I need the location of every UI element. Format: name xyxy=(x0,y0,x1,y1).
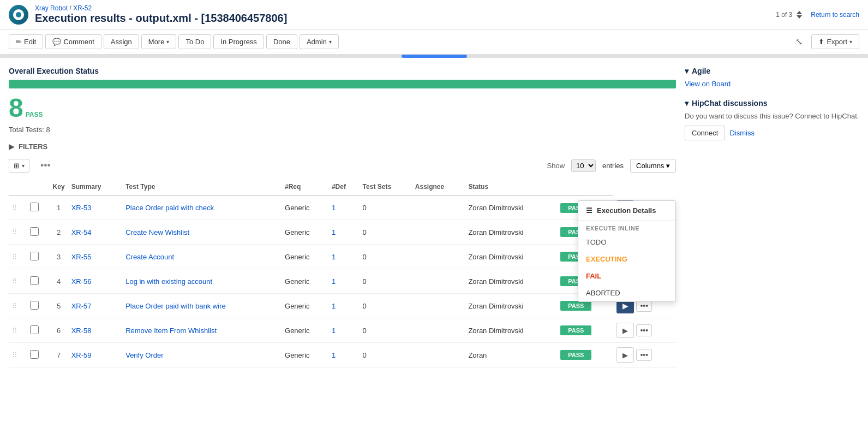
row-checkbox[interactable] xyxy=(30,350,39,359)
row-more-button[interactable]: ••• xyxy=(636,324,652,336)
key-link[interactable]: XR-55 xyxy=(71,253,92,261)
hipchat-title[interactable]: ▾ HipChat discussions xyxy=(685,99,859,108)
check-cell[interactable] xyxy=(27,220,50,245)
check-cell[interactable] xyxy=(27,269,50,294)
summary-link[interactable]: Place Order paid with check xyxy=(125,204,214,212)
key-link[interactable]: XR-53 xyxy=(71,204,92,212)
summary-link[interactable]: Log in with existing account xyxy=(125,277,212,286)
row-checkbox[interactable] xyxy=(30,276,39,285)
play-button-secondary[interactable]: ▶ xyxy=(616,323,634,338)
nav-arrow-up[interactable] xyxy=(797,11,802,14)
summary-cell[interactable]: Create Account xyxy=(122,245,282,269)
key-cell[interactable]: XR-58 xyxy=(68,318,123,343)
return-to-search-link[interactable]: Return to search xyxy=(811,11,859,19)
export-icon: ⬆ xyxy=(818,38,824,46)
summary-cell[interactable]: Place Order paid with check xyxy=(122,195,282,220)
more-button[interactable]: More ▾ xyxy=(141,34,177,49)
export-button[interactable]: ⬆ Export ▾ xyxy=(811,34,859,49)
type-cell: Generic xyxy=(282,269,328,294)
req-cell[interactable]: 1 xyxy=(328,220,360,245)
connect-button[interactable]: Connect xyxy=(685,126,725,140)
req-link[interactable]: 1 xyxy=(332,228,336,236)
summary-link[interactable]: Place Order paid with bank wire xyxy=(125,302,226,310)
req-cell[interactable]: 1 xyxy=(328,318,360,343)
key-link[interactable]: XR-56 xyxy=(71,277,92,286)
summary-cell[interactable]: Log in with existing account xyxy=(122,269,282,294)
summary-cell[interactable]: Create New Wishlist xyxy=(122,220,282,245)
row-checkbox[interactable] xyxy=(30,325,39,334)
assignee-cell: Zoran Dimitrovski xyxy=(465,220,557,245)
more-table-options[interactable]: ••• xyxy=(34,157,57,174)
key-cell[interactable]: XR-53 xyxy=(68,195,123,220)
summary-cell[interactable]: Place Order paid with bank wire xyxy=(122,294,282,318)
summary-link[interactable]: Create Account xyxy=(125,253,174,261)
key-cell[interactable]: XR-56 xyxy=(68,269,123,294)
nav-arrow-down[interactable] xyxy=(797,15,802,19)
check-cell[interactable] xyxy=(27,343,50,367)
filters-row[interactable]: ▶ FILTERS xyxy=(9,143,676,151)
key-link[interactable]: XR-59 xyxy=(71,351,92,359)
req-link[interactable]: 1 xyxy=(332,302,336,310)
row-more-button[interactable]: ••• xyxy=(636,349,652,361)
play-button-secondary[interactable]: ▶ xyxy=(616,347,634,363)
key-cell[interactable]: XR-55 xyxy=(68,245,123,269)
key-cell[interactable]: XR-54 xyxy=(68,220,123,245)
dropdown-executing[interactable]: EXECUTING xyxy=(578,251,675,268)
req-cell[interactable]: 1 xyxy=(328,245,360,269)
check-cell[interactable] xyxy=(27,294,50,318)
comment-button[interactable]: 💬 Comment xyxy=(45,34,101,49)
th-type: Test Type xyxy=(122,179,282,195)
bulk-action-button[interactable]: ⊞ ▾ xyxy=(9,159,29,173)
dismiss-button[interactable]: Dismiss xyxy=(729,126,755,140)
key-link[interactable]: XR-58 xyxy=(71,327,92,335)
dropdown-fail[interactable]: FAIL xyxy=(578,268,675,284)
key-cell[interactable]: XR-59 xyxy=(68,343,123,367)
columns-button[interactable]: Columns ▾ xyxy=(630,159,676,173)
summary-cell[interactable]: Remove Item From Whishlist xyxy=(122,318,282,343)
summary-cell[interactable]: Verify Order xyxy=(122,343,282,367)
assign-button[interactable]: Assign xyxy=(104,34,139,49)
summary-link[interactable]: Remove Item From Whishlist xyxy=(125,327,217,335)
dropdown-aborted[interactable]: ABORTED xyxy=(578,284,675,301)
req-cell[interactable]: 1 xyxy=(328,195,360,220)
check-cell[interactable] xyxy=(27,245,50,269)
share-button[interactable]: ⤡ xyxy=(791,34,807,50)
row-checkbox[interactable] xyxy=(30,252,39,260)
agile-title[interactable]: ▾ Agile xyxy=(685,67,859,75)
entries-select[interactable]: 10 25 50 xyxy=(571,159,596,172)
req-link[interactable]: 1 xyxy=(332,253,336,261)
edit-button[interactable]: ✏ Edit xyxy=(9,34,43,49)
req-cell[interactable]: 1 xyxy=(328,294,360,318)
check-cell[interactable] xyxy=(27,195,50,220)
th-def: #Def xyxy=(328,179,360,195)
dropdown-header: ☰ Execution Details xyxy=(578,201,675,221)
table-row: ⠿ 2 XR-54 Create New Wishlist Generic 1 … xyxy=(9,220,676,245)
summary-link[interactable]: Create New Wishlist xyxy=(125,228,189,236)
check-cell[interactable] xyxy=(27,318,50,343)
breadcrumb-issue[interactable]: XR-52 xyxy=(73,4,92,12)
key-link[interactable]: XR-54 xyxy=(71,228,92,236)
breadcrumb-project[interactable]: Xray Robot xyxy=(35,4,68,12)
summary-link[interactable]: Verify Order xyxy=(125,351,163,359)
req-link[interactable]: 1 xyxy=(332,277,336,286)
admin-button[interactable]: Admin ▾ xyxy=(300,34,339,49)
req-link[interactable]: 1 xyxy=(332,204,336,212)
key-cell[interactable]: XR-57 xyxy=(68,294,123,318)
row-checkbox[interactable] xyxy=(30,227,39,236)
key-link[interactable]: XR-57 xyxy=(71,302,92,310)
in-progress-button[interactable]: In Progress xyxy=(213,34,264,49)
drag-handle-cell: ⠿ xyxy=(9,245,27,269)
view-on-board-link[interactable]: View on Board xyxy=(685,80,731,88)
agile-label: Agile xyxy=(692,67,710,75)
export-dropdown-arrow: ▾ xyxy=(849,39,852,45)
req-cell[interactable]: 1 xyxy=(328,269,360,294)
req-link[interactable]: 1 xyxy=(332,327,336,335)
nav-arrows[interactable] xyxy=(797,11,802,19)
done-button[interactable]: Done xyxy=(266,34,297,49)
row-checkbox[interactable] xyxy=(30,301,39,310)
todo-button[interactable]: To Do xyxy=(178,34,211,49)
dropdown-todo[interactable]: TODO xyxy=(578,234,675,251)
req-link[interactable]: 1 xyxy=(332,351,336,359)
req-cell[interactable]: 1 xyxy=(328,343,360,367)
row-checkbox[interactable] xyxy=(30,203,39,211)
